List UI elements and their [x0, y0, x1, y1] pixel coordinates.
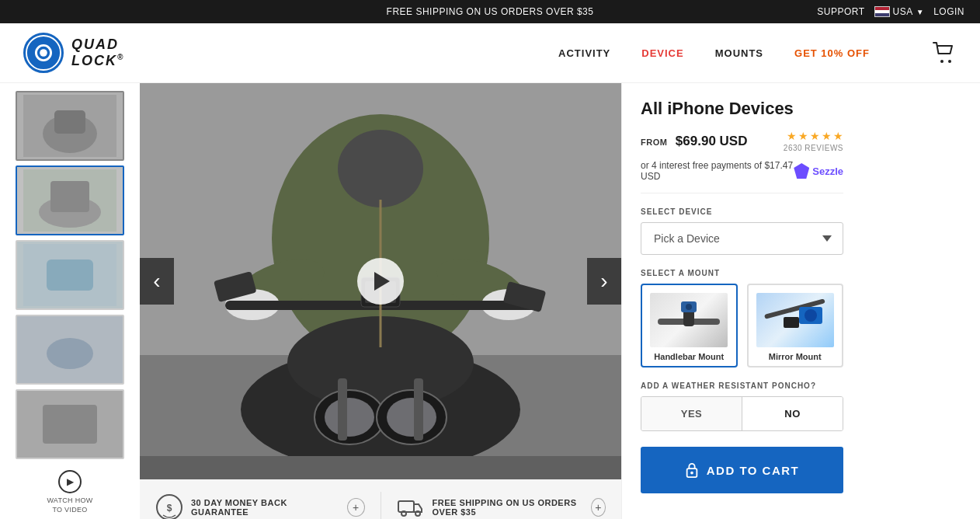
svg-point-60 — [690, 472, 693, 475]
mount-options: Handlebar Mount Mirror Mount — [641, 284, 843, 367]
price-area: FROM $69.90 USD — [641, 134, 747, 149]
watch-video-button[interactable]: ▶ WATCH HOW TO VIDEO — [47, 470, 92, 514]
shipping-item: FREE SHIPPING ON US ORDERS OVER $35 + — [397, 493, 606, 519]
product-title: All iPhone Devices — [641, 99, 843, 119]
svg-point-3 — [940, 60, 944, 63]
price-row: FROM $69.90 USD ★ ★ ★ ★ ★ 2630 REVIEWS — [641, 130, 843, 152]
logo-quad: QUAD — [71, 37, 124, 53]
poncho-section: ADD A WEATHER RESISTANT PONCHO? YES NO — [641, 381, 843, 431]
svg-point-57 — [805, 309, 817, 322]
svg-point-2 — [40, 49, 47, 57]
watch-video-label: WATCH HOW TO VIDEO — [47, 496, 92, 514]
svg-rect-37 — [338, 378, 347, 441]
thumbnail-3[interactable] — [16, 240, 124, 310]
thumbnail-2[interactable] — [16, 165, 124, 235]
poncho-label: ADD A WEATHER RESISTANT PONCHO? — [641, 381, 843, 390]
star-3: ★ — [810, 130, 820, 142]
thumbnail-4[interactable] — [16, 315, 124, 385]
flag-icon — [874, 6, 890, 17]
nav-device[interactable]: DEVICE — [641, 47, 683, 59]
svg-point-29 — [325, 398, 374, 437]
nav-activity[interactable]: ACTIVITY — [558, 47, 610, 59]
svg-point-43 — [338, 130, 423, 207]
cart-icon[interactable] — [932, 40, 957, 65]
add-to-cart-button[interactable]: ADD TO CART — [641, 447, 843, 493]
svg-rect-45 — [140, 456, 621, 479]
header: QUAD LOCK® ACTIVITY DEVICE MOUNTS GET 10… — [0, 23, 980, 83]
poncho-yes-button[interactable]: YES — [641, 397, 742, 430]
handlebar-mount-option[interactable]: Handlebar Mount — [641, 284, 738, 367]
top-banner: FREE SHIPPING ON US ORDERS OVER $35 SUPP… — [0, 0, 980, 23]
svg-point-54 — [686, 304, 692, 310]
sezzle-text: or 4 interest free payments of $17.47 US… — [641, 160, 794, 182]
play-video-button[interactable] — [357, 258, 404, 305]
review-count: 2630 REVIEWS — [784, 144, 843, 152]
main-image: ‹ › — [140, 83, 621, 479]
next-image-button[interactable]: › — [587, 258, 621, 305]
logo[interactable]: QUAD LOCK® — [23, 33, 124, 73]
sezzle-brand-name: Sezzle — [812, 165, 843, 177]
thumbnail-5[interactable] — [16, 389, 124, 459]
sezzle-logo: Sezzle — [794, 163, 843, 179]
guarantee-text: 30 DAY MONEY BACK GUARANTEE — [191, 498, 339, 517]
rating-area: ★ ★ ★ ★ ★ 2630 REVIEWS — [784, 130, 843, 152]
product-price: $69.90 USD — [676, 134, 748, 148]
lock-icon — [685, 462, 699, 478]
add-to-cart-label: ADD TO CART — [707, 464, 800, 477]
thumbnail-1[interactable] — [16, 91, 124, 161]
mirror-mount-label: Mirror Mount — [769, 352, 822, 361]
star-row: ★ ★ ★ ★ ★ — [787, 130, 843, 142]
svg-rect-7 — [54, 110, 85, 134]
svg-rect-12 — [47, 260, 93, 291]
svg-point-49 — [401, 511, 406, 516]
poncho-no-button[interactable]: NO — [742, 397, 843, 430]
chevron-down-icon: ▼ — [916, 8, 924, 16]
svg-point-14 — [47, 338, 93, 369]
svg-text:$: $ — [167, 503, 172, 514]
logo-circle — [23, 33, 64, 73]
star-2: ★ — [798, 130, 808, 142]
product-image: ‹ › — [140, 83, 621, 479]
shipping-expand-button[interactable]: + — [591, 498, 606, 517]
svg-point-4 — [948, 60, 951, 63]
mount-select-section: SELECT A MOUNT Handlebar Mount — [641, 269, 843, 367]
svg-rect-48 — [398, 501, 414, 512]
svg-point-50 — [415, 511, 420, 516]
prev-image-button[interactable]: ‹ — [140, 258, 174, 305]
bottom-bar: $ 30 DAY MONEY BACK GUARANTEE + — [140, 479, 621, 519]
country-selector[interactable]: USA ▼ — [874, 6, 925, 17]
handlebar-mount-image — [650, 293, 728, 347]
star-5: ★ — [833, 130, 843, 142]
from-label: FROM — [641, 138, 667, 147]
sezzle-row: or 4 interest free payments of $17.47 US… — [641, 160, 843, 193]
shipping-icon — [397, 493, 425, 519]
svg-point-30 — [387, 398, 436, 437]
mirror-mount-image — [756, 293, 834, 347]
star-1: ★ — [787, 130, 797, 142]
banner-text: FREE SHIPPING ON US ORDERS OVER $35 — [387, 6, 594, 17]
support-link[interactable]: SUPPORT — [817, 6, 864, 17]
device-select-dropdown[interactable]: Pick a Device iPhone 15 Pro iPhone 15 iP… — [641, 222, 843, 255]
nav-get10off[interactable]: GET 10% OFF — [794, 47, 870, 59]
product-panel: All iPhone Devices FROM $69.90 USD ★ ★ ★… — [621, 83, 862, 519]
sezzle-icon — [794, 163, 809, 179]
nav-mounts[interactable]: MOUNTS — [715, 47, 763, 59]
svg-rect-58 — [784, 317, 799, 328]
mirror-mount-option[interactable]: Mirror Mount — [747, 284, 844, 367]
play-icon: ▶ — [58, 470, 82, 493]
svg-rect-38 — [414, 378, 423, 441]
main-nav: ACTIVITY DEVICE MOUNTS GET 10% OFF — [558, 47, 870, 59]
poncho-options: YES NO — [641, 396, 843, 431]
bottom-divider — [381, 492, 381, 519]
play-triangle-icon — [374, 272, 390, 291]
guarantee-item: $ 30 DAY MONEY BACK GUARANTEE + — [155, 493, 365, 519]
thumbnail-sidebar: ▶ WATCH HOW TO VIDEO — [0, 83, 140, 519]
guarantee-icon: $ — [155, 493, 183, 519]
image-section: ‹ › $ 30 — [140, 83, 621, 519]
handlebar-mount-label: Handlebar Mount — [654, 352, 724, 361]
star-4: ★ — [822, 130, 832, 142]
login-link[interactable]: LOGIN — [933, 6, 964, 17]
shipping-text: FREE SHIPPING ON US ORDERS OVER $35 — [433, 498, 583, 517]
device-select-label: SELECT DEVICE — [641, 207, 843, 216]
guarantee-expand-button[interactable]: + — [347, 498, 365, 517]
